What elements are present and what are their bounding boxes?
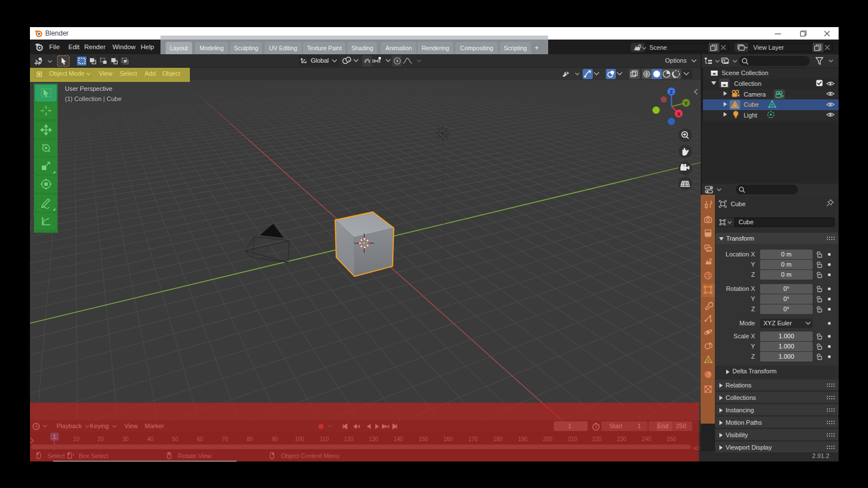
svg-text:Z: Z [670, 89, 673, 95]
svg-text:User Perspective: User Perspective [65, 85, 112, 92]
svg-text:(1) Collection | Cube: (1) Collection | Cube [65, 95, 121, 102]
svg-text:Y: Y [684, 101, 688, 106]
svg-text:X: X [677, 111, 680, 117]
